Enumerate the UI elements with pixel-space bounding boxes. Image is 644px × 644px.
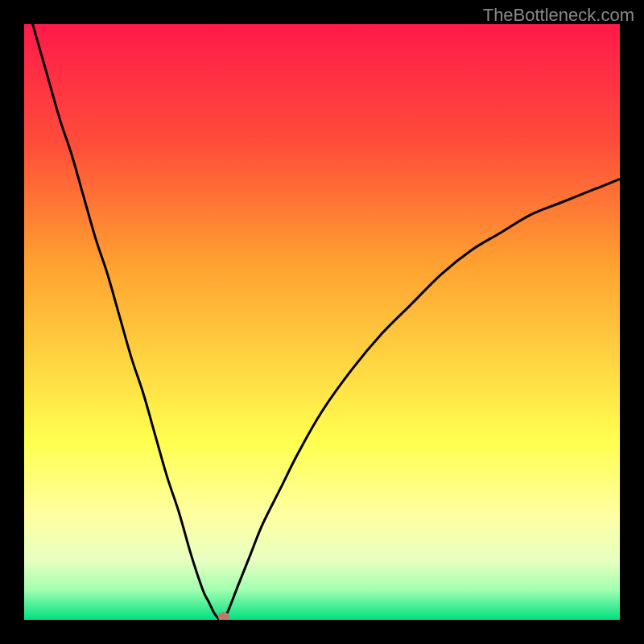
gradient-background (24, 24, 620, 620)
chart-area (24, 24, 620, 620)
watermark-text: TheBottleneck.com (483, 5, 634, 26)
chart-svg (24, 24, 620, 620)
